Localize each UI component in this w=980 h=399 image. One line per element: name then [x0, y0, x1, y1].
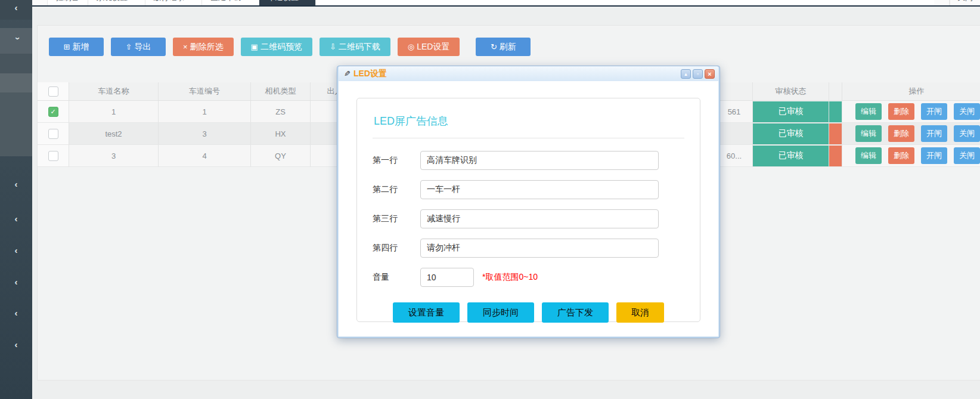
tab-bar: « 控制台 系统设置 ✕ 放行记录 ✕ 固定车辆 ✕ 车道设置 ✕ » 关闭: [32, 0, 980, 7]
cell-serial: 561: [716, 101, 753, 123]
delete-selected-button[interactable]: ×删除所选: [173, 38, 234, 56]
send-ad-button[interactable]: 广告下发: [542, 302, 609, 323]
sidebar-item-chevron-icon[interactable]: ‹: [0, 245, 32, 255]
qrcode-preview-button[interactable]: ▣二维码预览: [241, 38, 312, 56]
tabs-scroll-right-icon[interactable]: »: [934, 0, 950, 7]
cell-lane-name: 1: [69, 101, 159, 123]
line4-input[interactable]: [420, 239, 659, 258]
sidebar-item-chevron-icon[interactable]: ‹: [0, 339, 32, 349]
tab-label: 放行记录: [154, 0, 185, 3]
cell-serial: [716, 123, 753, 145]
sidebar: ‹ ‹ ‹ ‹ ‹ ‹ ‹ ‹: [0, 0, 32, 399]
cell-lane-name: test2: [69, 123, 159, 145]
field-label: 第二行: [373, 184, 420, 195]
open-gate-button[interactable]: 开闸: [921, 103, 947, 120]
volume-input[interactable]: [420, 268, 474, 287]
cell-lane-name: 3: [69, 145, 159, 167]
panel-heading: LED屏广告信息: [374, 114, 684, 128]
delete-row-button[interactable]: 删除: [888, 103, 914, 120]
led-settings-dialog: ✎ LED设置 ▴ ▫ × LED屏广告信息 第一行 第二行 第三行: [337, 66, 720, 338]
close-gate-button[interactable]: 关闸: [954, 147, 980, 164]
edit-button[interactable]: 编辑: [855, 125, 882, 142]
collapse-icon[interactable]: ▴: [681, 69, 691, 79]
set-volume-button[interactable]: 设置音量: [393, 302, 460, 323]
chevron-down-icon[interactable]: ‹: [0, 33, 32, 44]
export-button[interactable]: ⇧导出: [111, 38, 166, 56]
tab-close-icon[interactable]: ✕: [303, 0, 308, 1]
field-label: 音量: [373, 272, 420, 283]
cell-lane-number: 3: [159, 123, 251, 145]
dialog-buttons: 设置音量 同步时间 广告下发 取消: [393, 302, 684, 323]
form-row-volume: 音量 *取值范围0~10: [373, 268, 684, 287]
pencil-icon: ✎: [344, 69, 351, 78]
sidebar-collapse-icon[interactable]: ‹: [0, 2, 32, 13]
delete-row-button[interactable]: 删除: [888, 147, 914, 164]
volume-range-hint: *取值范围0~10: [482, 272, 538, 283]
tab-close-icon[interactable]: ✕: [189, 0, 194, 1]
qrcode-download-button[interactable]: ⇩二维码下载: [320, 38, 390, 56]
tabs-overflow-button[interactable]: 关闭: [950, 0, 980, 7]
refresh-button[interactable]: ↻刷新: [476, 38, 531, 56]
add-button[interactable]: ⊞新增: [49, 38, 104, 56]
close-icon[interactable]: ×: [705, 69, 715, 79]
export-icon: ⇧: [126, 42, 132, 51]
col-header-operations: 操作: [842, 82, 980, 101]
open-gate-button[interactable]: 开闸: [921, 147, 947, 164]
close-gate-button[interactable]: 关闸: [954, 125, 980, 142]
led-ad-info-panel: LED屏广告信息 第一行 第二行 第三行 第四行 音量 *取值范围0~1: [356, 98, 700, 322]
tab-system-settings[interactable]: 系统设置 ✕: [88, 0, 145, 7]
edit-button[interactable]: 编辑: [855, 103, 882, 120]
tabs-scroll-left-icon[interactable]: «: [32, 0, 48, 7]
cell-lane-number: 4: [159, 145, 251, 167]
divider: [373, 138, 684, 138]
line1-input[interactable]: [420, 151, 659, 170]
sidebar-section: [0, 54, 32, 73]
tab-pass-records[interactable]: 放行记录 ✕: [145, 0, 203, 7]
form-row-line2: 第二行: [373, 180, 684, 199]
tab-label: 系统设置: [97, 0, 128, 3]
sidebar-section: [0, 92, 32, 156]
select-all-checkbox[interactable]: [48, 86, 58, 97]
row-status-bar: [829, 123, 842, 144]
tab-console[interactable]: 控制台: [48, 0, 88, 7]
download-icon: ⇩: [330, 42, 336, 51]
row-checkbox[interactable]: [48, 129, 58, 139]
cancel-button[interactable]: 取消: [616, 302, 664, 323]
edit-button[interactable]: 编辑: [855, 147, 882, 164]
sidebar-item-chevron-icon[interactable]: ‹: [0, 179, 32, 189]
open-gate-button[interactable]: 开闸: [921, 125, 947, 142]
form-row-line3: 第三行: [373, 209, 684, 228]
sidebar-item-chevron-icon[interactable]: ‹: [0, 277, 32, 287]
status-badge: 已审核: [753, 123, 829, 144]
tab-fixed-vehicles[interactable]: 固定车辆 ✕: [202, 0, 259, 7]
sidebar-item-chevron-icon[interactable]: ‹: [0, 214, 32, 224]
toolbar: ⊞新增 ⇧导出 ×删除所选 ▣二维码预览 ⇩二维码下载 ◎LED设置 ↻刷新: [38, 26, 980, 56]
cell-camera-type: HX: [251, 123, 311, 145]
close-gate-button[interactable]: 关闸: [954, 103, 980, 120]
line2-input[interactable]: [420, 180, 659, 199]
col-header-serial: [716, 82, 753, 101]
form-row-line4: 第四行: [373, 239, 684, 258]
sidebar-section: [0, 73, 32, 92]
col-header-lane-number: 车道编号: [159, 82, 251, 101]
led-settings-button[interactable]: ◎LED设置: [398, 38, 460, 56]
col-header-lane-name: 车道名称: [69, 82, 159, 101]
tab-lane-settings[interactable]: 车道设置 ✕: [259, 0, 317, 7]
tab-close-icon[interactable]: ✕: [246, 0, 250, 1]
tab-label: 固定车辆: [210, 0, 241, 3]
status-badge: 已审核: [753, 101, 829, 122]
field-label: 第三行: [373, 214, 420, 224]
row-checkbox[interactable]: ✓: [48, 107, 58, 117]
pin-icon: ◎: [408, 42, 414, 51]
status-badge: 已审核: [753, 146, 829, 166]
row-checkbox[interactable]: [48, 151, 58, 161]
tab-close-icon[interactable]: ✕: [132, 0, 137, 1]
dialog-titlebar[interactable]: ✎ LED设置 ▴ ▫ ×: [339, 66, 718, 81]
maximize-icon[interactable]: ▫: [693, 69, 703, 79]
line3-input[interactable]: [420, 209, 659, 228]
sidebar-item-chevron-icon[interactable]: ‹: [0, 308, 32, 318]
sync-time-button[interactable]: 同步时间: [467, 302, 534, 323]
delete-icon: ×: [183, 42, 188, 51]
delete-row-button[interactable]: 删除: [888, 125, 914, 142]
field-label: 第一行: [373, 155, 420, 166]
